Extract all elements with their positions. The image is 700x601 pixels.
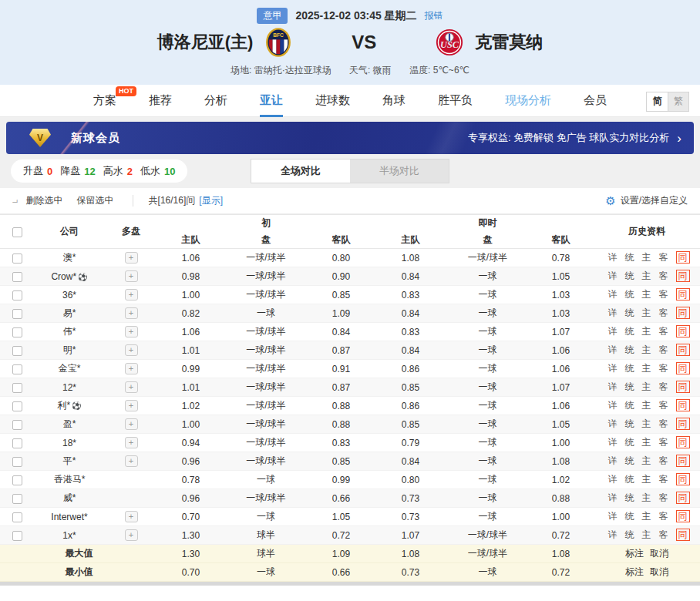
expand-multi-button[interactable]: + [125,455,138,467]
history-link[interactable]: 详 [608,511,618,522]
history-link[interactable]: 统 [625,511,634,522]
history-link[interactable]: 主 [642,289,651,300]
company-name[interactable]: 18* [62,438,76,448]
history-link[interactable]: 客 [659,492,668,503]
history-link[interactable]: 详 [608,326,618,337]
history-link[interactable]: 统 [625,455,634,466]
same-odds-link[interactable]: 同 [676,492,690,504]
row-checkbox[interactable] [12,346,22,356]
history-link[interactable]: 客 [659,529,668,540]
expand-multi-button[interactable]: + [125,381,138,393]
history-link[interactable]: 统 [625,529,634,540]
tab-full-match-compare[interactable]: 全场对比 [251,159,350,183]
tab-half-match-compare[interactable]: 半场对比 [350,159,449,183]
report-error-link[interactable]: 报错 [425,9,443,22]
history-link[interactable]: 详 [608,307,618,318]
history-link[interactable]: 统 [625,344,634,355]
history-link[interactable]: 统 [625,289,634,300]
keep-selected-link[interactable]: 保留选中 [77,194,114,207]
expand-multi-button[interactable]: + [125,252,138,264]
same-odds-link[interactable]: 同 [676,270,690,282]
history-link[interactable]: 详 [608,289,618,300]
history-link[interactable]: 客 [659,252,668,263]
expand-multi-button[interactable]: + [125,344,138,356]
history-link[interactable]: 统 [625,474,634,485]
history-link[interactable]: 主 [642,252,651,263]
history-link[interactable]: 统 [625,252,634,263]
history-link[interactable]: 客 [659,344,668,355]
nav-tab[interactable]: 胜平负 [438,85,473,117]
history-link[interactable]: 详 [608,455,618,466]
history-link[interactable]: 详 [608,474,618,485]
history-link[interactable]: 统 [625,363,634,374]
show-link[interactable]: [显示] [199,194,223,207]
history-link[interactable]: 统 [625,307,634,318]
history-link[interactable]: 客 [659,363,668,374]
same-odds-link[interactable]: 同 [676,325,690,337]
history-link[interactable]: 客 [659,381,668,392]
history-link[interactable]: 主 [642,307,651,318]
history-link[interactable]: 主 [642,511,651,522]
history-link[interactable]: 客 [659,418,668,429]
company-name[interactable]: 威* [63,492,76,503]
same-odds-link[interactable]: 同 [676,381,690,393]
history-link[interactable]: 详 [608,400,618,411]
company-name[interactable]: Interwet* [51,512,87,522]
summary-action[interactable]: 标注 [625,548,644,559]
history-link[interactable]: 主 [642,529,651,540]
history-link[interactable]: 统 [625,326,634,337]
row-checkbox[interactable] [12,272,22,282]
history-link[interactable]: 详 [608,437,618,448]
row-checkbox[interactable] [12,512,22,522]
row-checkbox[interactable] [12,383,22,393]
nav-tab[interactable]: 角球 [382,85,406,117]
row-checkbox[interactable] [12,420,22,430]
expand-multi-button[interactable]: + [125,400,138,411]
company-name[interactable]: 1x* [62,530,76,541]
row-checkbox[interactable] [12,290,22,300]
company-name[interactable]: 易* [63,307,76,318]
history-link[interactable]: 客 [659,437,668,448]
nav-tab[interactable]: 会员 [584,85,607,117]
history-link[interactable]: 主 [642,455,651,466]
nav-tab[interactable]: 现场分析 [505,85,551,117]
company-name[interactable]: 盈* [63,418,76,429]
nav-tab[interactable]: 进球数 [315,85,350,117]
same-odds-link[interactable]: 同 [676,529,690,541]
history-link[interactable]: 主 [642,270,651,281]
row-checkbox[interactable] [12,401,22,411]
company-name[interactable]: 金宝* [59,363,81,374]
history-link[interactable]: 统 [625,437,634,448]
history-link[interactable]: 主 [642,400,651,411]
same-odds-link[interactable]: 同 [676,288,690,300]
history-link[interactable]: 详 [608,492,618,503]
summary-action[interactable]: 取消 [650,548,668,559]
history-link[interactable]: 详 [608,363,618,374]
lang-simplified-button[interactable]: 简 [647,92,668,111]
expand-multi-button[interactable]: + [125,326,138,337]
nav-tab[interactable]: 亚让 [260,85,283,117]
company-name[interactable]: 澳* [63,252,76,263]
history-link[interactable]: 详 [608,418,618,429]
company-name[interactable]: 香港马* [54,474,86,485]
history-link[interactable]: 详 [608,529,618,540]
history-link[interactable]: 主 [642,381,651,392]
history-link[interactable]: 客 [659,270,668,281]
summary-action[interactable]: 取消 [650,566,668,577]
same-odds-link[interactable]: 同 [676,510,690,522]
history-link[interactable]: 统 [625,381,634,392]
history-link[interactable]: 客 [659,289,668,300]
company-name[interactable]: 利* [57,400,70,411]
expand-multi-button[interactable]: + [125,418,138,430]
expand-multi-button[interactable]: + [125,363,138,374]
settings-customize-button[interactable]: ⚙ 设置/选择自定义 [605,194,688,208]
same-odds-link[interactable]: 同 [676,251,690,264]
expand-multi-button[interactable]: + [125,289,138,300]
company-name[interactable]: Crow* [51,271,76,282]
same-odds-link[interactable]: 同 [676,344,690,356]
company-name[interactable]: 平* [63,455,76,466]
same-odds-link[interactable]: 同 [676,436,690,448]
history-link[interactable]: 客 [659,474,668,485]
history-link[interactable]: 客 [659,400,668,411]
history-link[interactable]: 统 [625,418,634,429]
